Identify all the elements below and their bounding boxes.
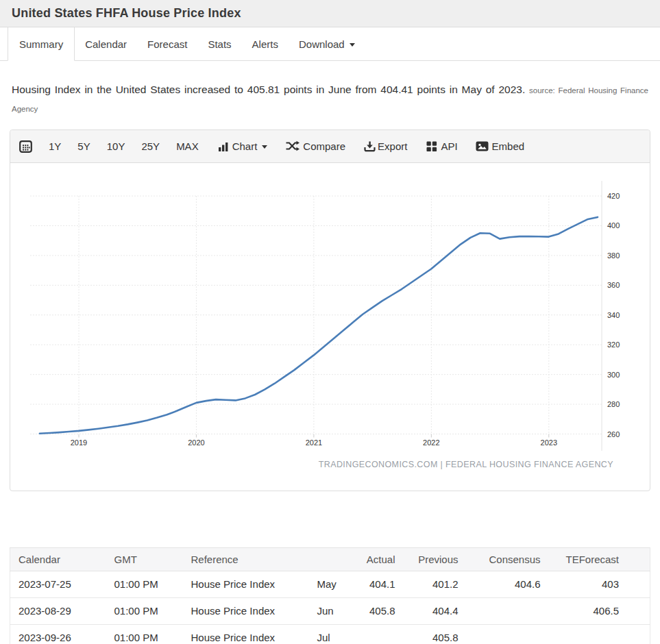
tab-stats-label: Stats — [208, 38, 231, 50]
range-max-button[interactable]: MAX — [176, 140, 199, 152]
y-axis-label: 280 — [607, 400, 620, 408]
y-axis-label: 420 — [607, 192, 620, 200]
embed-button[interactable]: Embed — [476, 140, 525, 152]
api-grid-icon — [426, 140, 437, 152]
tab-summary-label: Summary — [19, 38, 63, 50]
y-axis-label: 400 — [607, 221, 620, 230]
col-teforecast: TEForecast — [546, 547, 650, 571]
table-header-row: Calendar GMT Reference Actual Previous C… — [10, 547, 650, 571]
col-calendar: Calendar — [10, 547, 106, 571]
tab-forecast[interactable]: Forecast — [137, 27, 197, 60]
col-period — [305, 547, 345, 571]
export-download-icon — [364, 140, 376, 152]
summary-paragraph: Housing Index in the United States incre… — [0, 72, 660, 118]
x-axis-label: 2019 — [71, 438, 87, 447]
x-axis-label: 2022 — [423, 438, 439, 447]
cell-actual — [345, 624, 401, 644]
range-1y-button[interactable]: 1Y — [49, 140, 61, 152]
export-button[interactable]: Export — [364, 140, 407, 152]
cell-previous: 401.2 — [401, 571, 464, 597]
range-10y-button[interactable]: 10Y — [107, 140, 125, 152]
cell-previous: 405.8 — [401, 624, 464, 644]
y-axis-label: 300 — [607, 370, 620, 378]
cell-consensus — [464, 597, 546, 624]
chart-area[interactable]: 2602803003203403603804004202019202020212… — [10, 163, 650, 491]
embed-label: Embed — [492, 140, 525, 152]
tab-calendar[interactable]: Calendar — [75, 27, 137, 60]
cell-teforecast: 406.5 — [546, 597, 650, 624]
chart-watermark: TRADINGECONOMICS.COM | FEDERAL HOUSING F… — [319, 460, 614, 469]
tab-download[interactable]: Download — [289, 27, 365, 60]
compare-button[interactable]: Compare — [285, 140, 345, 152]
tab-alerts[interactable]: Alerts — [242, 27, 289, 60]
chart-panel: 1Y 5Y 10Y 25Y MAX Chart — [10, 129, 650, 491]
cell-teforecast — [546, 624, 650, 644]
cell-period: May — [305, 571, 345, 597]
y-axis-label: 260 — [607, 430, 620, 438]
cell-consensus: 404.6 — [464, 571, 546, 597]
cell-reference[interactable]: House Price Index — [183, 624, 305, 644]
calendar-range-button[interactable] — [19, 140, 32, 153]
cell-previous: 404.4 — [401, 597, 464, 624]
y-axis-label: 340 — [607, 310, 620, 319]
price-chart[interactable]: 2602803003203403603804004202019202020212… — [10, 163, 650, 491]
chart-type-label: Chart — [232, 140, 258, 152]
chart-type-button[interactable]: Chart — [218, 140, 268, 152]
cell-teforecast: 403 — [546, 571, 650, 597]
range-1y-label: 1Y — [49, 140, 61, 152]
col-consensus: Consensus — [464, 547, 546, 571]
page-title: United States FHFA House Price Index — [12, 6, 241, 21]
tab-stats[interactable]: Stats — [197, 27, 241, 60]
cell-actual: 405.8 — [345, 597, 401, 624]
y-axis-label: 380 — [607, 251, 620, 259]
cell-reference[interactable]: House Price Index — [183, 597, 305, 624]
y-axis-label: 360 — [607, 281, 620, 289]
tab-summary[interactable]: Summary — [8, 27, 75, 61]
tab-download-label: Download — [299, 38, 345, 50]
cell-actual: 404.1 — [345, 571, 401, 597]
col-previous: Previous — [401, 547, 464, 571]
cell-period: Jul — [305, 624, 345, 644]
tab-calendar-label: Calendar — [85, 38, 127, 50]
range-25y-button[interactable]: 25Y — [141, 140, 160, 152]
cell-gmt: 01:00 PM — [106, 597, 183, 624]
calendar-table: Calendar GMT Reference Actual Previous C… — [10, 547, 650, 644]
chart-toolbar: 1Y 5Y 10Y 25Y MAX Chart — [10, 130, 650, 163]
cell-gmt: 01:00 PM — [106, 624, 183, 644]
tab-bar: Summary Calendar Forecast Stats Alerts D… — [0, 27, 660, 61]
cell-period: Jun — [305, 597, 345, 624]
chevron-down-icon — [350, 43, 355, 47]
cell-date: 2023-09-26 — [10, 624, 106, 644]
price-line[interactable] — [40, 216, 598, 433]
cell-date: 2023-07-25 — [10, 571, 106, 597]
table-row[interactable]: 2023-08-29 01:00 PM House Price Index Ju… — [10, 597, 650, 624]
page-header: United States FHFA House Price Index — [0, 0, 660, 27]
api-label: API — [441, 140, 457, 152]
x-axis-label: 2023 — [541, 438, 557, 447]
x-axis-label: 2021 — [306, 438, 322, 447]
chevron-down-icon — [262, 145, 267, 149]
bar-chart-icon — [218, 141, 229, 151]
embed-image-icon — [476, 141, 489, 151]
cell-consensus — [464, 624, 546, 644]
range-max-label: MAX — [176, 140, 199, 152]
summary-text: Housing Index in the United States incre… — [12, 84, 525, 95]
table-row[interactable]: 2023-09-26 01:00 PM House Price Index Ju… — [10, 624, 650, 644]
api-button[interactable]: API — [426, 140, 457, 152]
col-reference: Reference — [183, 547, 305, 571]
calendar-table-section: Calendar GMT Reference Actual Previous C… — [10, 547, 650, 644]
range-5y-label: 5Y — [77, 140, 90, 152]
range-5y-button[interactable]: 5Y — [77, 140, 90, 152]
tab-forecast-label: Forecast — [147, 38, 187, 50]
x-axis-label: 2020 — [188, 438, 204, 447]
cell-reference[interactable]: House Price Index — [183, 571, 305, 597]
range-10y-label: 10Y — [107, 140, 125, 152]
export-label: Export — [378, 140, 407, 152]
cell-date: 2023-08-29 — [10, 597, 106, 624]
y-axis-label: 320 — [607, 340, 620, 349]
table-row[interactable]: 2023-07-25 01:00 PM House Price Index Ma… — [10, 571, 650, 597]
compare-label: Compare — [303, 140, 345, 152]
col-actual: Actual — [345, 547, 401, 571]
range-25y-label: 25Y — [141, 140, 160, 152]
tab-alerts-label: Alerts — [252, 38, 278, 50]
